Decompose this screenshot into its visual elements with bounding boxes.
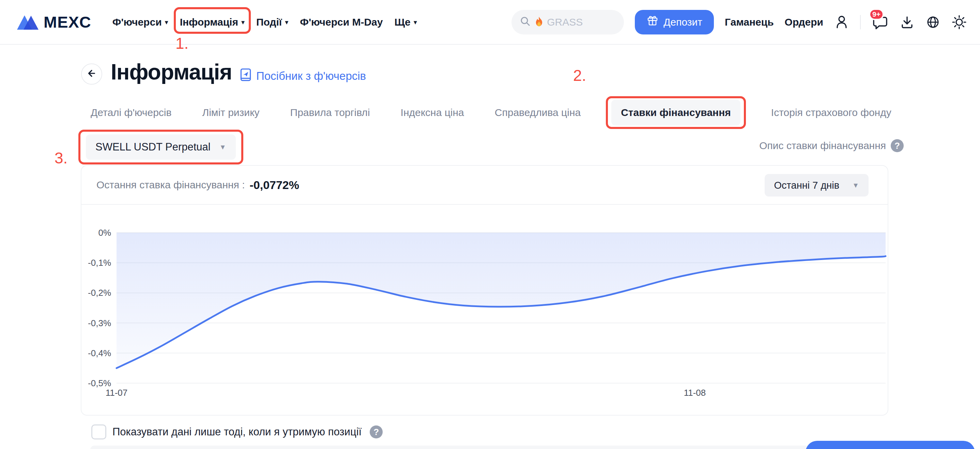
guide-link-label: Посібник з ф'ючерсів <box>256 70 366 83</box>
page: MEXC Ф'ючерси▾Інформація▾Події▾Ф'ючерси … <box>0 0 980 449</box>
svg-text:-0,1%: -0,1% <box>88 257 111 268</box>
last-rate-label: Остання ставка фінансування : <box>96 179 245 191</box>
svg-text:-0,5%: -0,5% <box>88 378 111 388</box>
nav-item-0[interactable]: Ф'ючерси▾ <box>113 16 168 28</box>
time-range-value: Останні 7 днів <box>774 180 840 191</box>
flame-icon <box>535 16 544 28</box>
orders-link[interactable]: Ордери <box>785 16 823 28</box>
messages-icon[interactable]: 9+ <box>872 14 889 30</box>
active-tab-highlight: Ставки фінансування <box>611 100 740 126</box>
tab-4[interactable]: Справедлива ціна <box>495 107 581 118</box>
deposit-label: Депозит <box>663 16 702 28</box>
brand-name: MEXC <box>44 13 91 31</box>
positions-filter-row: Показувати дані лише тоді, коли я утриму… <box>91 424 383 439</box>
mexc-logo[interactable]: MEXC <box>16 12 91 32</box>
back-button[interactable] <box>81 64 102 85</box>
svg-text:0%: 0% <box>98 228 111 238</box>
nav-divider <box>860 15 861 29</box>
contract-select[interactable]: SWELL USDT Perpetual ▼ <box>86 134 236 160</box>
nav-item-2[interactable]: Події▾ <box>256 16 288 28</box>
annotation-step-3: 3. <box>54 149 67 167</box>
svg-text:11-08: 11-08 <box>684 388 706 398</box>
svg-text:11-07: 11-07 <box>106 388 128 398</box>
help-icon[interactable]: ? <box>891 139 904 152</box>
tab-0[interactable]: Деталі ф'ючерсів <box>91 107 172 118</box>
help-icon[interactable]: ? <box>370 425 383 438</box>
positions-only-checkbox[interactable] <box>91 424 106 439</box>
mexc-mountains-icon <box>16 12 39 32</box>
svg-text:-0,4%: -0,4% <box>88 348 111 358</box>
svg-text:-0,2%: -0,2% <box>88 288 111 298</box>
nav-item-4[interactable]: Ще▾ <box>394 16 417 28</box>
arrow-left-icon <box>86 67 97 80</box>
chevron-down-icon: ▼ <box>852 182 859 189</box>
info-tabs: Деталі ф'ючерсівЛіміт ризикуПравила торг… <box>91 100 891 126</box>
search-input[interactable] <box>547 16 605 28</box>
tab-1[interactable]: Ліміт ризику <box>202 107 259 118</box>
contract-select-value: SWELL USDT Perpetual <box>95 141 211 153</box>
chevron-down-icon: ▼ <box>220 143 226 151</box>
primary-nav: Ф'ючерси▾Інформація▾Події▾Ф'ючерси M-Day… <box>113 16 417 28</box>
tab-2[interactable]: Правила торгівлі <box>290 107 370 118</box>
nav-item-1[interactable]: Інформація▾ <box>180 16 245 28</box>
chevron-down-icon: ▾ <box>414 18 417 26</box>
profile-icon[interactable] <box>834 15 849 30</box>
tab-6[interactable]: Історія страхового фонду <box>771 107 891 118</box>
language-globe-icon[interactable] <box>926 15 940 30</box>
theme-sun-icon[interactable] <box>951 14 967 30</box>
history-table-header-peek <box>90 446 889 449</box>
funding-desc-label: Опис ставки фінансування <box>759 140 886 152</box>
guide-book-icon <box>239 67 253 85</box>
notification-badge: 9+ <box>869 8 884 20</box>
floating-action-button[interactable] <box>805 441 975 449</box>
top-navbar: MEXC Ф'ючерси▾Інформація▾Події▾Ф'ючерси … <box>0 0 980 45</box>
nav-item-3[interactable]: Ф'ючерси M-Day <box>300 16 383 28</box>
chevron-down-icon: ▾ <box>285 18 288 26</box>
tab-5[interactable]: Ставки фінансування <box>611 100 740 126</box>
search-icon <box>520 16 531 29</box>
page-title: Інформація <box>111 59 232 85</box>
wallet-link[interactable]: Гаманець <box>725 16 773 28</box>
funding-rate-card: 0%-0,1%-0,2%-0,3%-0,4%-0,5%11-0711-08 Ос… <box>81 165 888 415</box>
svg-text:-0,3%: -0,3% <box>88 318 111 328</box>
positions-only-label: Показувати дані лише тоді, коли я утриму… <box>113 426 361 438</box>
tab-3[interactable]: Індексна ціна <box>401 107 464 118</box>
deposit-button[interactable]: Депозит <box>635 10 714 34</box>
download-app-icon[interactable] <box>900 15 915 30</box>
chevron-down-icon: ▾ <box>241 18 245 26</box>
chevron-down-icon: ▾ <box>165 18 168 26</box>
futures-guide-link[interactable]: Посібник з ф'ючерсів <box>239 67 366 85</box>
search-box[interactable] <box>511 10 624 34</box>
funding-rate-description-link[interactable]: Опис ставки фінансування ? <box>759 139 904 152</box>
annotation-step-1: 1. <box>175 34 188 53</box>
annotation-step-2: 2. <box>573 66 586 85</box>
gift-icon <box>646 15 659 29</box>
last-rate-value: -0,0772% <box>250 179 299 192</box>
time-range-select[interactable]: Останні 7 днів ▼ <box>765 174 869 197</box>
